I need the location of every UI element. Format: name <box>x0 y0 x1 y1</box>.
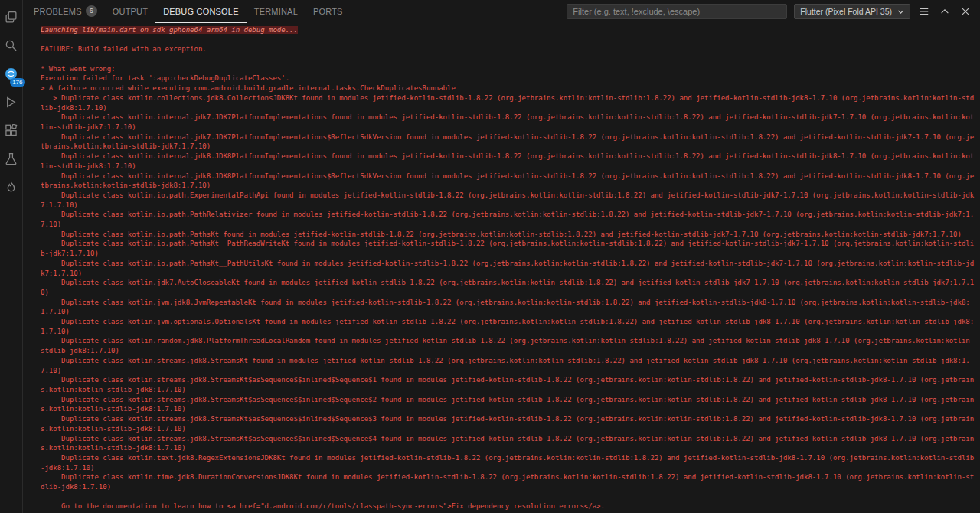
panel-actions-icon[interactable] <box>917 5 931 18</box>
flame-icon[interactable] <box>2 178 21 196</box>
console-line-text: Duplicate class kotlin.streams.jdk8.Stre… <box>41 376 974 394</box>
tab-label: DEBUG CONSOLE <box>163 7 239 16</box>
console-line: Duplicate class kotlin.internal.jdk8.JDK… <box>41 152 975 171</box>
console-line: Duplicate class kotlin.streams.jdk8.Stre… <box>41 375 975 394</box>
console-line-text: Duplicate class kotlin.random.jdk8.Platf… <box>41 337 974 355</box>
console-line: Go to the documentation to learn how to … <box>41 502 975 511</box>
console-line: Duplicate class kotlin.streams.jdk8.Stre… <box>41 414 975 433</box>
console-line: Duplicate class kotlin.text.jdk8.RegexEx… <box>41 453 975 472</box>
tab-label: PORTS <box>313 7 343 16</box>
console-line: Duplicate class kotlin.internal.jdk7.JDK… <box>41 132 975 152</box>
console-line: Duplicate class kotlin.io.path.PathsKt__… <box>41 259 975 278</box>
console-line <box>41 54 975 64</box>
panel-tabs: PROBLEMS6OUTPUTDEBUG CONSOLETERMINALPORT… <box>26 0 351 23</box>
console-line-text: * What went wrong: <box>41 65 116 73</box>
console-line: FAILURE: Build failed with an exception. <box>41 44 975 54</box>
console-line-text: Duplicate class kotlin.jvm.jdk8.JvmRepea… <box>41 299 970 316</box>
panel-header: PROBLEMS6OUTPUTDEBUG CONSOLETERMINALPORT… <box>23 0 980 23</box>
tab-ports[interactable]: PORTS <box>305 0 351 23</box>
extensions-icon[interactable] <box>2 121 21 139</box>
console-line-text: Duplicate class kotlin.jvm.optionals.Opt… <box>41 318 974 335</box>
console-line: Duplicate class kotlin.io.path.PathsKt__… <box>41 239 975 258</box>
console-line: > Duplicate class kotlin.collections.jdk… <box>41 93 975 113</box>
tab-badge: 6 <box>86 5 97 17</box>
run-debug-icon[interactable] <box>2 93 21 111</box>
console-line: Duplicate class kotlin.io.path.Experimen… <box>41 191 975 210</box>
copy-files-icon[interactable] <box>2 8 21 26</box>
console-line: Duplicate class kotlin.random.jdk8.Platf… <box>41 336 975 355</box>
panel-header-actions: Flutter (Pixel Fold API 35) <box>567 0 980 23</box>
console-line-text: Duplicate class kotlin.io.path.PathsKt f… <box>41 230 962 238</box>
console-line-text: Duplicate class kotlin.internal.jdk7.JDK… <box>41 113 974 131</box>
console-line: Execution failed for task ':app:checkDeb… <box>41 74 975 83</box>
console-line: Duplicate class kotlin.streams.jdk8.Stre… <box>41 395 975 414</box>
console-line: Duplicate class kotlin.jdk7.AutoCloseabl… <box>41 278 975 297</box>
chevron-down-icon <box>897 8 904 15</box>
console-line-text: Duplicate class kotlin.streams.jdk8.Stre… <box>41 415 974 433</box>
console-line-text: Execution failed for task ':app:checkDeb… <box>41 74 289 82</box>
console-line-text: FAILURE: Build failed with an exception. <box>41 45 207 53</box>
console-line: Launching lib/main.dart on sdk gphone64 … <box>41 25 975 35</box>
device-selector-dropdown[interactable]: Flutter (Pixel Fold API 35) <box>794 4 910 19</box>
tab-problems[interactable]: PROBLEMS6 <box>26 0 105 23</box>
console-line-text: Duplicate class kotlin.internal.jdk8.JDK… <box>41 152 974 170</box>
search-icon[interactable] <box>2 36 21 54</box>
console-line-text: Duplicate class kotlin.internal.jdk7.JDK… <box>41 133 974 151</box>
console-line: Duplicate class kotlin.io.path.PathRelat… <box>41 210 975 229</box>
vscode-panel-window: 176 PROBLEMS6OUTPU <box>0 0 980 513</box>
panel-main: PROBLEMS6OUTPUTDEBUG CONSOLETERMINALPORT… <box>23 0 980 513</box>
console-line: Duplicate class kotlin.internal.jdk7.JDK… <box>41 113 975 132</box>
console-line-highlighted-text: Launching lib/main.dart on sdk gphone64 … <box>41 26 298 34</box>
console-line: Duplicate class kotlin.streams.jdk8.Stre… <box>41 434 975 453</box>
activity-bar: 176 <box>0 0 23 513</box>
console-line-text: Duplicate class kotlin.streams.jdk8.Stre… <box>41 396 974 413</box>
console-line-text: Duplicate class kotlin.internal.jdk8.JDK… <box>41 172 974 190</box>
console-line: Duplicate class kotlin.time.jdk8.Duratio… <box>41 472 975 492</box>
tab-label: PROBLEMS <box>34 7 82 16</box>
chat-badge: 176 <box>10 78 24 87</box>
console-line-text: Duplicate class kotlin.io.path.PathRelat… <box>41 211 974 228</box>
console-line: * What went wrong: <box>41 64 975 74</box>
console-line <box>41 35 975 45</box>
tab-terminal[interactable]: TERMINAL <box>247 0 305 23</box>
console-line <box>41 492 975 502</box>
tab-label: OUTPUT <box>113 7 148 16</box>
console-line-text: Duplicate class kotlin.io.path.PathsKt__… <box>41 260 974 277</box>
console-line-text: > A failure occurred while executing com… <box>41 84 456 92</box>
tab-output[interactable]: OUTPUT <box>105 0 155 23</box>
tab-label: TERMINAL <box>254 7 298 16</box>
testing-icon[interactable] <box>2 149 21 168</box>
console-line-text: Duplicate class kotlin.io.path.PathsKt__… <box>41 240 974 257</box>
console-line-text: Duplicate class kotlin.jdk7.AutoCloseabl… <box>41 279 974 296</box>
console-line: Duplicate class kotlin.streams.jdk8.Stre… <box>41 356 975 375</box>
console-line-text: Duplicate class kotlin.time.jdk8.Duratio… <box>41 473 974 491</box>
filter-input[interactable] <box>567 4 787 19</box>
console-line-text: Duplicate class kotlin.io.path.Experimen… <box>41 191 974 209</box>
tab-debug-console[interactable]: DEBUG CONSOLE <box>155 0 247 23</box>
console-line-text: Go to the documentation to learn how to … <box>41 502 605 510</box>
console-line-text: > Duplicate class kotlin.collections.jdk… <box>41 94 974 112</box>
console-line-text: Duplicate class kotlin.streams.jdk8.Stre… <box>41 357 970 374</box>
console-line: Duplicate class kotlin.jvm.jdk8.JvmRepea… <box>41 298 975 317</box>
device-selector-label: Flutter (Pixel Fold API 35) <box>800 7 892 16</box>
console-output[interactable]: Launching lib/main.dart on sdk gphone64 … <box>23 23 980 513</box>
chat-icon[interactable]: 176 <box>2 64 21 83</box>
console-line: Duplicate class kotlin.io.path.PathsKt f… <box>41 230 975 240</box>
maximize-panel-icon[interactable] <box>938 5 952 18</box>
close-panel-icon[interactable] <box>959 5 972 18</box>
console-line: > A failure occurred while executing com… <box>41 83 975 93</box>
console-line-text: Duplicate class kotlin.streams.jdk8.Stre… <box>41 435 974 453</box>
console-line: Duplicate class kotlin.jvm.optionals.Opt… <box>41 317 975 336</box>
console-line-text: Duplicate class kotlin.text.jdk8.RegexEx… <box>41 454 974 472</box>
console-line: Duplicate class kotlin.internal.jdk8.JDK… <box>41 172 975 191</box>
